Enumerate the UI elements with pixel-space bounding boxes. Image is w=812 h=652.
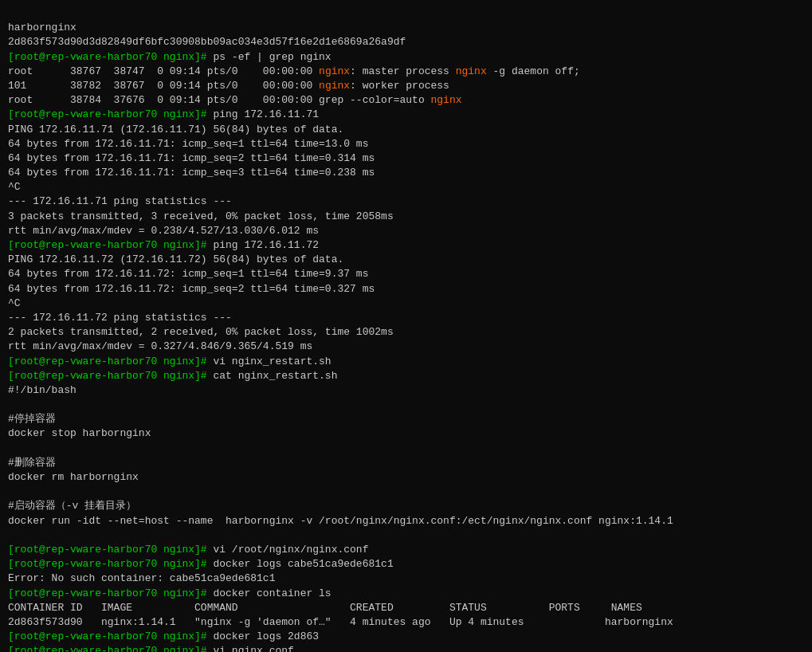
line-comment-rm: #删除容器: [8, 457, 56, 469]
line-cmd-docker-logs-cabe: [root@rep-vware-harbor70 nginx]# docker …: [8, 558, 394, 570]
line-ping72-header: PING 172.16.11.72 (172.16.11.72) 56(84) …: [8, 253, 343, 265]
line-cmd-ps: [root@rep-vware-harbor70 nginx]# ps -ef …: [8, 51, 331, 63]
line-shebang: #!/bin/bash: [8, 384, 76, 396]
line-error-no-container: Error: No such container: cabe51ca9ede68…: [8, 572, 275, 584]
line-cmd-vi-nginx-conf: [root@rep-vware-harbor70 nginx]# vi /roo…: [8, 544, 368, 556]
line-ping71-1: 64 bytes from 172.16.11.71: icmp_seq=1 t…: [8, 138, 368, 150]
line-container-2d863: 2d863f573d90 nginx:1.14.1 "nginx -g 'dae…: [8, 616, 673, 628]
line-cmd-docker-logs-2d863: [root@rep-vware-harbor70 nginx]# docker …: [8, 630, 319, 642]
line-ping72-stats-header: --- 172.16.11.72 ping statistics ---: [8, 312, 232, 324]
line-ping71-rtt: rtt min/avg/max/mdev = 0.238/4.527/13.03…: [8, 225, 319, 237]
line-harbornginx1: harbornginx: [8, 22, 76, 33]
line-cmd-vi-restart: [root@rep-vware-harbor70 nginx]# vi ngin…: [8, 355, 331, 367]
line-ping72-packets: 2 packets transmitted, 2 received, 0% pa…: [8, 326, 394, 338]
line-comment-run: #启动容器（-v 挂着目录）: [8, 500, 136, 512]
line-nginx-master: root 38767 38747 0 09:14 pts/0 00:00:00 …: [8, 65, 580, 77]
line-ping71-3: 64 bytes from 172.16.11.71: icmp_seq=3 t…: [8, 167, 375, 179]
line-ctrl-c2: ^C: [8, 297, 21, 309]
line-ctrl-c1: ^C: [8, 181, 21, 193]
line-grep-nginx: root 38784 37676 0 09:14 pts/0 00:00:00 …: [8, 94, 462, 106]
line-ping71-packets: 3 packets transmitted, 3 received, 0% pa…: [8, 210, 394, 222]
line-ping71-header: PING 172.16.11.71 (172.16.11.71) 56(84) …: [8, 124, 343, 136]
line-comment-stop: #停掉容器: [8, 413, 56, 425]
line-cmd-cat-restart: [root@rep-vware-harbor70 nginx]# cat ngi…: [8, 370, 337, 382]
line-cmd-vi-nginx-conf2: [root@rep-vware-harbor70 nginx]# vi ngin…: [8, 645, 294, 652]
line-table-header1: CONTAINER ID IMAGE COMMAND CREATED STATU…: [8, 602, 642, 614]
line-cmd-docker-container-ls1: [root@rep-vware-harbor70 nginx]# docker …: [8, 587, 331, 599]
line-cmd-ping71: [root@rep-vware-harbor70 nginx]# ping 17…: [8, 108, 319, 120]
line-docker-rm: docker rm harbornginx: [8, 471, 139, 483]
line-docker-run: docker run -idt --net=host --name harbor…: [8, 515, 673, 527]
line-ping72-rtt: rtt min/avg/max/mdev = 0.327/4.846/9.365…: [8, 340, 312, 352]
terminal-output: harbornginx 2d863f573d90d3d82849df6bfc30…: [8, 6, 804, 652]
line-ping72-1: 64 bytes from 172.16.11.72: icmp_seq=1 t…: [8, 268, 368, 280]
line-docker-stop: docker stop harbornginx: [8, 427, 151, 439]
line-nginx-worker: 101 38782 38767 0 09:14 pts/0 00:00:00 n…: [8, 80, 449, 92]
line-hash1: 2d863f573d90d3d82849df6bfc30908bb09ac034…: [8, 36, 406, 48]
line-ping71-stats-header: --- 172.16.11.71 ping statistics ---: [8, 195, 232, 207]
line-cmd-ping72: [root@rep-vware-harbor70 nginx]# ping 17…: [8, 239, 319, 251]
line-ping71-2: 64 bytes from 172.16.11.71: icmp_seq=2 t…: [8, 152, 375, 164]
line-ping72-2: 64 bytes from 172.16.11.72: icmp_seq=2 t…: [8, 283, 375, 295]
